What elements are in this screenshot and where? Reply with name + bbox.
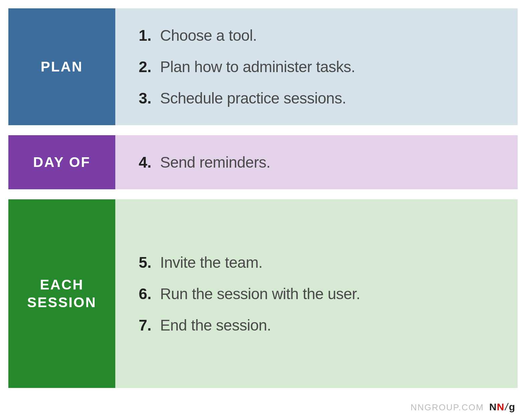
section-label-dayof: DAY OF <box>8 135 115 189</box>
item-text: Run the session with the user. <box>160 285 360 303</box>
nng-logo: NN/g <box>489 401 515 413</box>
section-label-text: EACH SESSION <box>15 276 109 311</box>
item-number: 6. <box>139 285 155 303</box>
logo-n1: N <box>489 401 497 412</box>
list-item: 6. Run the session with the user. <box>139 285 494 303</box>
list-item: 4. Send reminders. <box>139 153 494 171</box>
list-item: 5. Invite the team. <box>139 253 494 271</box>
item-number: 7. <box>139 316 155 334</box>
section-content-plan: 1. Choose a tool. 2. Plan how to adminis… <box>115 8 518 125</box>
section-each: EACH SESSION 5. Invite the team. 6. Run … <box>8 199 518 388</box>
footer-url: NNGROUP.COM <box>411 402 484 413</box>
item-text: End the session. <box>160 316 271 334</box>
logo-n2: N <box>497 401 505 412</box>
section-label-each: EACH SESSION <box>8 199 115 388</box>
section-plan: PLAN 1. Choose a tool. 2. Plan how to ad… <box>8 8 518 125</box>
item-text: Send reminders. <box>160 153 270 171</box>
section-dayof: DAY OF 4. Send reminders. <box>8 135 518 189</box>
item-text: Choose a tool. <box>160 26 257 44</box>
list-item: 7. End the session. <box>139 316 494 334</box>
item-text: Schedule practice sessions. <box>160 89 346 107</box>
section-content-each: 5. Invite the team. 6. Run the session w… <box>115 199 518 388</box>
section-label-text: DAY OF <box>33 154 91 171</box>
section-label-plan: PLAN <box>8 8 115 125</box>
footer: NNGROUP.COM NN/g <box>411 401 515 413</box>
logo-g: g <box>509 401 515 412</box>
item-number: 2. <box>139 58 155 76</box>
list-item: 1. Choose a tool. <box>139 26 494 44</box>
item-text: Invite the team. <box>160 253 263 271</box>
item-number: 5. <box>139 253 155 271</box>
item-number: 4. <box>139 153 155 171</box>
item-number: 1. <box>139 26 155 44</box>
item-number: 3. <box>139 89 155 107</box>
section-content-dayof: 4. Send reminders. <box>115 135 518 189</box>
section-label-text: PLAN <box>41 58 83 76</box>
item-text: Plan how to administer tasks. <box>160 58 355 76</box>
list-item: 2. Plan how to administer tasks. <box>139 58 494 76</box>
list-item: 3. Schedule practice sessions. <box>139 89 494 107</box>
logo-slash: / <box>505 401 508 412</box>
